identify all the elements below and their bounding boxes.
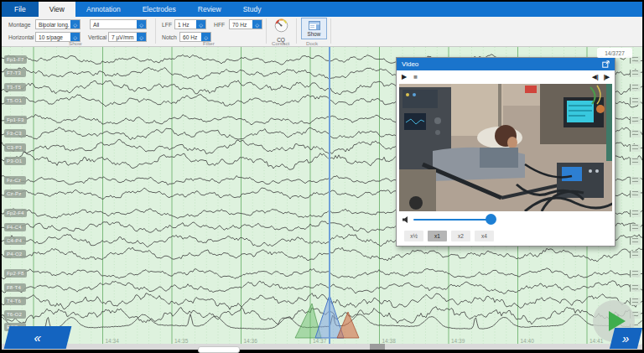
hff-label: HFF bbox=[214, 22, 225, 28]
toolbar-separator bbox=[330, 18, 331, 44]
scale-marker bbox=[630, 298, 641, 305]
montage-filter-value: All bbox=[91, 20, 137, 29]
channel-label-Fz-Cz: Fz-Cz bbox=[4, 176, 26, 184]
ribbon-toolbar: Montage Bipolar long. ◇ All ◇ Horizontal… bbox=[2, 17, 642, 47]
scale-marker bbox=[630, 144, 641, 152]
scale-marker bbox=[630, 210, 641, 217]
lff-label: LFF bbox=[162, 22, 172, 28]
scale-marker bbox=[630, 177, 641, 184]
channel-label-Fp2-F4: Fp2-F4 bbox=[4, 209, 27, 217]
video-stop-button[interactable]: ■ bbox=[413, 74, 418, 80]
previous-page-button[interactable]: « bbox=[4, 326, 72, 349]
scale-marker bbox=[630, 130, 641, 138]
dropdown-arrow-icon[interactable]: ◇ bbox=[70, 20, 80, 29]
scale-marker bbox=[630, 237, 641, 245]
horizontal-label: Horizontal bbox=[8, 34, 34, 40]
scale-marker bbox=[630, 224, 641, 231]
vertical-dropdown[interactable]: 7 µV/mm ◇ bbox=[108, 32, 147, 42]
time-label: 14:35 bbox=[174, 338, 188, 344]
dropdown-arrow-icon[interactable]: ◇ bbox=[137, 33, 146, 41]
tab-view[interactable]: View bbox=[39, 2, 75, 17]
time-label: 14:40 bbox=[521, 338, 534, 344]
eeg-viewer-window: File View Annotation Electrodes Review S… bbox=[0, 0, 644, 353]
time-label: 14:34 bbox=[106, 338, 119, 344]
scale-marker bbox=[630, 251, 641, 258]
popout-icon[interactable] bbox=[602, 60, 610, 68]
dropdown-arrow-icon[interactable]: ◇ bbox=[196, 20, 205, 29]
gauge-icon bbox=[273, 18, 289, 34]
hff-dropdown[interactable]: 70 Hz ◇ bbox=[229, 19, 262, 29]
lff-dropdown[interactable]: 1 Hz ◇ bbox=[174, 19, 206, 29]
speed-button-x½[interactable]: x½ bbox=[404, 231, 423, 241]
channel-label-F7-T3: F7-T3 bbox=[4, 69, 26, 77]
tab-electrodes[interactable]: Electrodes bbox=[132, 2, 187, 17]
scrollbar-page-tip bbox=[198, 346, 240, 353]
dock-show-label: Show bbox=[308, 31, 321, 37]
dropdown-arrow-icon[interactable]: ◇ bbox=[137, 20, 146, 29]
channel-label-Fp2-F8: Fp2-F8 bbox=[4, 269, 27, 278]
video-play-button[interactable]: ▶ bbox=[402, 74, 407, 80]
speed-button-x2[interactable]: x2 bbox=[451, 231, 470, 241]
page-indicator: 14/3727 bbox=[597, 48, 632, 58]
dock-show-button[interactable]: Show bbox=[301, 18, 327, 39]
scale-marker bbox=[630, 70, 641, 77]
channel-label-C4-P4: C4-P4 bbox=[4, 236, 26, 245]
scale-marker bbox=[630, 117, 641, 124]
scale-marker bbox=[630, 158, 641, 165]
speaker-icon[interactable] bbox=[402, 216, 410, 223]
lff-value: 1 Hz bbox=[175, 20, 196, 29]
tab-annotation[interactable]: Annotation bbox=[75, 2, 132, 17]
chevrons-right-icon: » bbox=[621, 332, 631, 345]
video-transport-bar: ▶ ■ ◀| |▶ bbox=[397, 70, 615, 84]
toolbar-separator bbox=[266, 18, 267, 44]
menu-bar: File View Annotation Electrodes Review S… bbox=[2, 2, 642, 17]
eeg-trace-F8-T4 bbox=[2, 281, 642, 293]
video-title-bar[interactable]: Video bbox=[397, 58, 615, 70]
speed-button-x4[interactable]: x4 bbox=[475, 231, 494, 241]
toolbar-separator bbox=[155, 18, 156, 44]
eeg-trace-T4-T6 bbox=[2, 293, 642, 310]
volume-slider-thumb[interactable] bbox=[486, 214, 496, 225]
group-label-filter: Filter bbox=[203, 40, 215, 46]
video-volume-row bbox=[397, 211, 615, 227]
channel-label-Fp1-F7: Fp1-F7 bbox=[4, 55, 27, 64]
channel-label-T6-O2: T6-O2 bbox=[4, 310, 26, 319]
icu-room-scene bbox=[399, 84, 612, 211]
channel-label-Cz-Pz: Cz-Pz bbox=[4, 189, 26, 198]
vertical-value: 7 µV/mm bbox=[109, 33, 137, 41]
time-label: 14:37 bbox=[313, 338, 326, 344]
time-label: 14:36 bbox=[244, 338, 257, 344]
toolbar-separator bbox=[296, 18, 297, 44]
scale-marker bbox=[630, 270, 641, 278]
notch-value: 60 Hz bbox=[180, 33, 201, 41]
montage-dropdown[interactable]: Bipolar long. ◇ bbox=[35, 19, 80, 29]
horizontal-scrollbar-track[interactable] bbox=[2, 344, 642, 350]
volume-slider-track[interactable] bbox=[413, 219, 491, 221]
notch-label: Notch bbox=[162, 34, 177, 40]
panel-window-icon bbox=[309, 21, 320, 30]
channel-label-F3-C3: F3-C3 bbox=[4, 129, 26, 138]
channel-label-T4-T6: T4-T6 bbox=[4, 297, 26, 305]
video-step-back-button[interactable]: ◀| bbox=[592, 74, 598, 80]
montage-value: Bipolar long. bbox=[36, 20, 70, 29]
montage-filter-dropdown[interactable]: All ◇ bbox=[90, 19, 147, 29]
tab-review[interactable]: Review bbox=[187, 2, 232, 17]
scale-marker bbox=[630, 84, 641, 91]
vertical-label: Vertical bbox=[88, 34, 106, 40]
channel-label-P4-O2: P4-O2 bbox=[4, 250, 26, 258]
chevrons-left-icon: « bbox=[33, 331, 43, 344]
group-label-contact: Contact bbox=[272, 40, 289, 46]
tab-study[interactable]: Study bbox=[232, 2, 273, 17]
scale-marker bbox=[630, 284, 641, 292]
playback-speed-row: x½x1x2x4 bbox=[397, 227, 615, 244]
dropdown-arrow-icon[interactable]: ◇ bbox=[252, 20, 262, 29]
next-page-button[interactable]: » bbox=[610, 328, 642, 349]
contact-quality-button[interactable]: CQ bbox=[270, 18, 292, 43]
montage-label: Montage bbox=[8, 22, 30, 28]
group-label-dock: Dock bbox=[306, 40, 318, 46]
video-step-forward-button[interactable]: |▶ bbox=[604, 74, 610, 80]
channel-label-T5-O1: T5-O1 bbox=[4, 96, 26, 105]
speed-button-x1[interactable]: x1 bbox=[428, 231, 447, 241]
menu-file-button[interactable]: File bbox=[2, 2, 39, 17]
horizontal-scrollbar-thumb[interactable] bbox=[370, 344, 385, 350]
